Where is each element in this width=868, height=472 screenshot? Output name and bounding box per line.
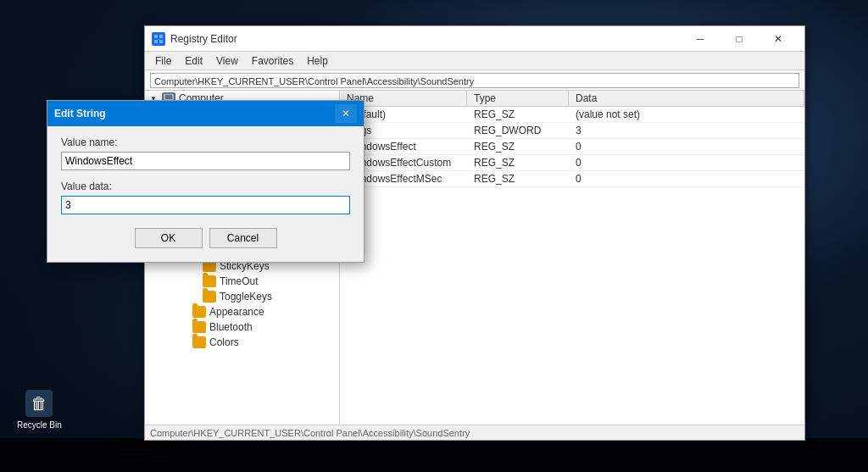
cell-type-default: REG_SZ (467, 107, 569, 122)
dialog-close-button[interactable]: ✕ (335, 104, 357, 123)
folder-icon-colors (192, 336, 206, 348)
header-type: Type (467, 91, 569, 106)
menu-bar: File Edit View Favorites Help (145, 52, 804, 70)
cell-data-2: 0 (569, 139, 804, 154)
data-panel-header: Name Type Data (340, 91, 804, 107)
registry-icon (152, 32, 165, 46)
title-bar: Registry Editor ─ □ ✕ (145, 26, 804, 52)
taskbar (0, 438, 868, 472)
cell-type-3: REG_SZ (467, 155, 569, 170)
tree-item-colors[interactable]: Colors (145, 335, 339, 350)
data-row-2[interactable]: iWindowsEffect REG_SZ 0 (340, 139, 804, 155)
maximize-button[interactable]: □ (720, 26, 759, 52)
folder-icon-appearance (192, 306, 206, 318)
value-name-input[interactable] (61, 152, 350, 170)
tree-label-togglekeys: ToggleKeys (220, 291, 272, 303)
data-row-4[interactable]: iWindowsEffectMSec REG_SZ 0 (340, 171, 804, 187)
cell-data-4: 0 (569, 171, 804, 186)
tree-item-timeout[interactable]: TimeOut (145, 274, 339, 289)
tree-label-bluetooth: Bluetooth (209, 321, 253, 333)
value-data-input[interactable] (61, 196, 350, 214)
dialog-title-bar: Edit String ✕ (47, 101, 364, 126)
svg-rect-3 (159, 40, 163, 43)
tree-label-colors: Colors (209, 336, 239, 348)
favorites-menu[interactable]: Favorites (245, 53, 300, 69)
cell-data-3: 0 (569, 155, 804, 170)
data-row-1[interactable]: Flags REG_DWORD 3 (340, 123, 804, 139)
folder-icon-togglekeys (203, 291, 216, 303)
window-controls: ─ □ ✕ (681, 26, 798, 52)
status-bar: Computer\HKEY_CURRENT_USER\Control Panel… (145, 425, 804, 440)
tree-item-appearance[interactable]: Appearance (145, 304, 339, 319)
edit-string-dialog: Edit String ✕ Value name: Value data: OK… (47, 100, 364, 263)
help-menu[interactable]: Help (300, 53, 335, 69)
status-text: Computer\HKEY_CURRENT_USER\Control Panel… (150, 428, 470, 438)
recycle-bin-label: Recycle Bin (17, 420, 62, 430)
recycle-bin-icon[interactable]: 🗑 Recycle Bin (17, 390, 62, 430)
data-panel: Name Type Data (Default) REG_SZ (value n… (340, 91, 804, 425)
folder-icon-timeout (203, 275, 216, 287)
svg-rect-0 (154, 35, 158, 38)
cell-data-1: 3 (569, 123, 804, 138)
folder-icon-bluetooth (192, 321, 206, 333)
ok-button[interactable]: OK (135, 228, 203, 248)
svg-rect-1 (159, 35, 163, 38)
close-button[interactable]: ✕ (759, 26, 798, 52)
svg-rect-2 (154, 40, 158, 43)
header-data: Data (569, 91, 804, 106)
cell-type-1: REG_DWORD (467, 123, 569, 138)
cell-data-default: (value not set) (569, 107, 804, 122)
edit-menu[interactable]: Edit (178, 53, 209, 69)
view-menu[interactable]: View (209, 53, 245, 69)
cell-type-4: REG_SZ (467, 171, 569, 186)
tree-item-togglekeys[interactable]: ToggleKeys (145, 289, 339, 304)
dialog-body: Value name: Value data: OK Cancel (47, 126, 364, 262)
tree-label-timeout: TimeOut (220, 275, 259, 287)
value-name-label: Value name: (61, 136, 350, 148)
file-menu[interactable]: File (148, 53, 178, 69)
value-data-label: Value data: (61, 180, 350, 192)
address-input[interactable]: Computer\HKEY_CURRENT_USER\Control Panel… (150, 73, 799, 88)
dialog-buttons: OK Cancel (61, 228, 350, 248)
cancel-button[interactable]: Cancel (209, 228, 277, 248)
data-row-default[interactable]: (Default) REG_SZ (value not set) (340, 107, 804, 123)
window-title: Registry Editor (170, 33, 681, 45)
address-bar: Computer\HKEY_CURRENT_USER\Control Panel… (145, 70, 804, 91)
tree-label-appearance: Appearance (209, 306, 264, 318)
dialog-title: Edit String (54, 108, 335, 119)
tree-item-bluetooth[interactable]: Bluetooth (145, 319, 339, 335)
cell-type-2: REG_SZ (467, 139, 569, 154)
data-row-3[interactable]: iWindowsEffectCustom REG_SZ 0 (340, 155, 804, 171)
recycle-bin-graphic: 🗑 (25, 390, 53, 417)
svg-rect-4 (164, 94, 173, 100)
minimize-button[interactable]: ─ (681, 26, 720, 52)
